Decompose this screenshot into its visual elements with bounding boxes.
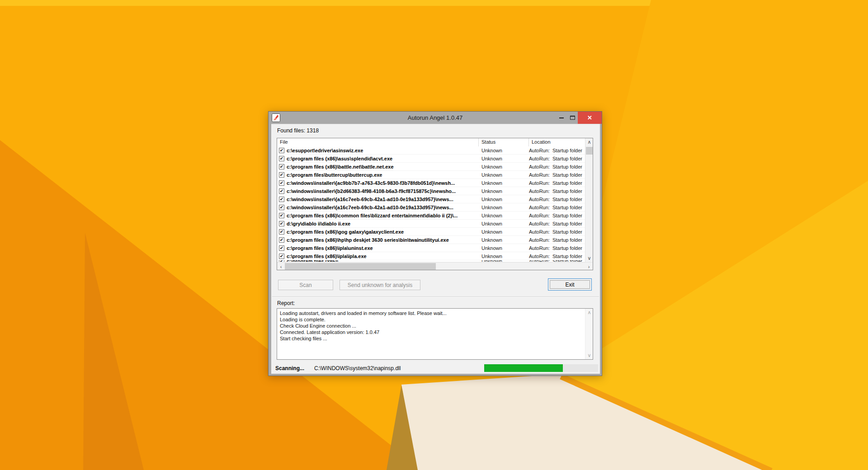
row-location: AutoRun: Startup folder <box>529 188 582 194</box>
scroll-up-icon[interactable]: ∧ <box>585 138 593 146</box>
report-box[interactable]: Loading autostart, drivers and loaded in… <box>277 308 593 360</box>
row-checkbox[interactable]: ✔ <box>279 205 284 210</box>
row-file-path: d:\gry\diablo ii\diablo ii.exe <box>287 221 479 226</box>
row-file-path: c:\program files (x86)\ipla\uninst.exe <box>287 245 479 251</box>
send-unknown-button[interactable]: Send unknown for analysis <box>340 280 420 290</box>
file-table-row[interactable]: ✔ c:\program files (x86)\hp\hp deskjet 3… <box>277 236 585 244</box>
row-file-path: c:\windows\installer\{a16c7eeb-69cb-42a1… <box>287 197 479 202</box>
row-location: AutoRun: Startup folder <box>529 172 582 178</box>
row-status: Unknown <box>479 197 529 202</box>
column-header-status[interactable]: Status <box>479 138 529 146</box>
row-location: AutoRun: Startup folder <box>529 254 582 259</box>
row-checkbox[interactable]: ✔ <box>279 180 284 186</box>
row-checkbox[interactable]: ✔ <box>279 197 284 202</box>
status-bar: Scanning... C:\WINDOWS\system32\napinsp.… <box>271 362 600 374</box>
row-checkbox[interactable]: ✔ <box>279 148 284 153</box>
file-table-row[interactable]: ✔ c:\windows\installer\{a16c7eeb-69cb-42… <box>277 203 585 212</box>
row-file-path: c:\windows\installer\{b2d66383-4f98-4108… <box>287 188 479 194</box>
scan-progress-fill <box>484 364 563 372</box>
row-status: Unknown <box>479 221 529 226</box>
minimize-button[interactable] <box>556 112 567 124</box>
report-scroll-up-icon[interactable]: ∧ <box>585 309 593 316</box>
file-table-row[interactable]: ✔ c:\program files (x86)\common files\bl… <box>277 212 585 220</box>
row-file-path: c:\windows\installer\{ac9bb7b7-a763-43c5… <box>287 180 479 186</box>
file-table-row[interactable]: ✔ c:\program files (x86)\battle.net\batt… <box>277 163 585 171</box>
row-checkbox[interactable]: ✔ <box>279 229 284 235</box>
maximize-icon <box>570 116 575 120</box>
row-location: AutoRun: Startup folder <box>529 229 582 235</box>
scroll-left-icon[interactable]: ‹ <box>277 263 285 270</box>
row-checkbox[interactable]: ✔ <box>279 188 284 194</box>
report-scroll-down-icon[interactable]: ∨ <box>585 352 593 359</box>
file-table-row[interactable]: ✔ c:\windows\installer\{a16c7eeb-69cb-42… <box>277 195 585 203</box>
file-table-row[interactable]: ✔ c:\program files (x86)\ipla\ipla.exe U… <box>277 252 585 260</box>
row-file-path: c:\program files\buttercup\buttercup.exe <box>287 172 479 178</box>
row-location: AutoRun: Startup folder <box>529 180 582 186</box>
report-scrollbar[interactable]: ∧ ∨ <box>585 309 593 359</box>
row-file-path: c:\program files (x86)\ipla\ipla.exe <box>287 254 479 259</box>
app-icon <box>272 113 280 122</box>
scan-progress-bar <box>484 364 598 372</box>
file-table: File Status Location ✔ c:\esupport\edriv… <box>277 138 593 270</box>
row-file-path: c:\program files (x86)\battle.net\battle… <box>287 164 479 169</box>
autorun-angel-window: Autorun Angel 1.0.47 ✕ Found files: 1318… <box>268 111 602 376</box>
file-table-header: File Status Location <box>277 138 585 146</box>
row-checkbox[interactable]: ✔ <box>279 237 284 243</box>
scroll-down-icon[interactable]: ∨ <box>585 254 593 262</box>
file-table-row[interactable]: ✔ d:\gry\diablo ii\diablo ii.exe Unknown… <box>277 220 585 228</box>
row-location: AutoRun: Startup folder <box>529 156 582 161</box>
row-status: Unknown <box>479 188 529 194</box>
row-location: AutoRun: Startup folder <box>529 237 582 243</box>
row-location: AutoRun: Startup folder <box>529 221 582 226</box>
horizontal-scrollbar-thumb[interactable] <box>285 263 436 270</box>
file-table-row[interactable]: ✔ c:\windows\installer\{b2d66383-4f98-41… <box>277 187 585 195</box>
row-location: AutoRun: Startup folder <box>529 148 582 153</box>
file-table-row[interactable]: ✔ c:\program files (x86)\ipla\uninst.exe… <box>277 244 585 252</box>
exit-button[interactable]: Exit <box>548 278 592 291</box>
scan-button[interactable]: Scan <box>278 280 333 290</box>
row-checkbox[interactable]: ✔ <box>279 254 284 259</box>
minimize-icon <box>559 118 564 118</box>
file-table-row[interactable]: ✔ c:\esupport\edriver\asinswiz.exe Unkno… <box>277 146 585 155</box>
current-file-label: C:\WINDOWS\system32\napinsp.dll <box>314 365 401 371</box>
found-files-label: Found files: 1318 <box>277 127 319 134</box>
row-status: Unknown <box>479 148 529 153</box>
close-icon: ✕ <box>587 114 592 121</box>
file-table-row[interactable]: ✔ c:\windows\installer\{ac9bb7b7-a763-43… <box>277 179 585 187</box>
report-text: Loading autostart, drivers and loaded in… <box>277 309 585 343</box>
row-status: Unknown <box>479 254 529 259</box>
title-bar[interactable]: Autorun Angel 1.0.47 ✕ <box>269 112 602 124</box>
row-checkbox[interactable]: ✔ <box>279 164 284 169</box>
column-header-file[interactable]: File <box>277 138 479 146</box>
scroll-right-icon[interactable]: › <box>585 263 593 270</box>
row-status: Unknown <box>479 213 529 218</box>
column-header-location[interactable]: Location <box>529 138 585 146</box>
file-table-row[interactable]: ✔ c:\program files (x86)\gog galaxy\gala… <box>277 228 585 236</box>
row-checkbox[interactable]: ✔ <box>279 245 284 251</box>
table-vertical-scrollbar[interactable]: ∧ ∨ <box>585 138 593 262</box>
close-button[interactable]: ✕ <box>578 112 602 124</box>
report-label: Report: <box>277 300 295 306</box>
row-location: AutoRun: Startup folder <box>529 213 582 218</box>
row-status: Unknown <box>479 156 529 161</box>
file-table-body: ✔ c:\esupport\edriver\asinswiz.exe Unkno… <box>277 146 585 262</box>
file-table-row[interactable]: ✔ c:\program files\buttercup\buttercup.e… <box>277 171 585 179</box>
row-location: AutoRun: Startup folder <box>529 205 582 210</box>
row-status: Unknown <box>479 237 529 243</box>
row-status: Unknown <box>479 180 529 186</box>
row-file-path: c:\esupport\edriver\asinswiz.exe <box>287 148 479 153</box>
file-table-row[interactable]: ✔ c:\program files (x86)\asus\splendid\a… <box>277 155 585 163</box>
row-checkbox[interactable]: ✔ <box>279 221 284 226</box>
maximize-button[interactable] <box>567 112 578 124</box>
row-file-path: c:\program files (x86)\hp\hp deskjet 363… <box>287 237 479 243</box>
row-file-path: c:\program files (x86)\gog galaxy\galaxy… <box>287 229 479 235</box>
vertical-scrollbar-thumb[interactable] <box>586 147 593 155</box>
row-status: Unknown <box>479 164 529 169</box>
row-checkbox[interactable]: ✔ <box>279 156 284 161</box>
row-checkbox[interactable]: ✔ <box>279 172 284 178</box>
row-checkbox[interactable]: ✔ <box>279 213 284 218</box>
row-file-path: c:\program files (x86)\asus\splendid\acv… <box>287 156 479 161</box>
row-status: Unknown <box>479 205 529 210</box>
row-location: AutoRun: Startup folder <box>529 245 582 251</box>
table-horizontal-scrollbar[interactable]: ‹ › <box>277 262 593 270</box>
